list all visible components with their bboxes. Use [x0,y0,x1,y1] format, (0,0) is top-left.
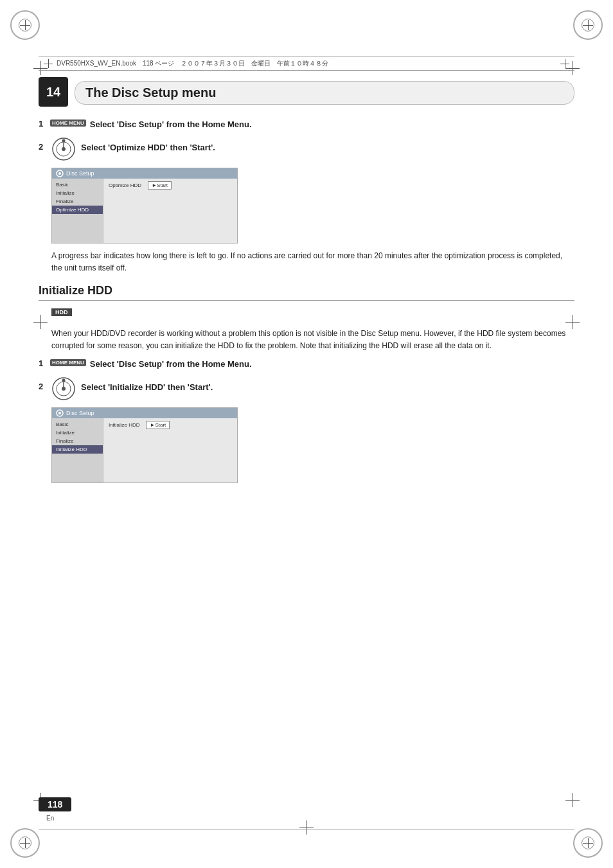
corner-deco-tl [10,10,40,40]
corner-deco-tr [573,10,603,40]
crosshair-bottom-center [299,820,314,835]
disc-icon-optimize [56,170,64,177]
ui-option-optimize: Optimize HDD [109,181,141,188]
ui-menu-blank3 [52,231,103,239]
step1-text: Select 'Disc Setup' from the Home Menu. [90,119,252,130]
dial-icon-optimize [51,137,76,161]
init-step2: 2 Select 'Initialize HDD' then 'Start'. [39,376,574,401]
ui-menu-blank1 [52,214,103,222]
ui-init-initializehdd[interactable]: Initialize HDD [52,445,103,454]
init-step2-number: 2 [39,376,46,391]
init-step2-text: Select 'Initialize HDD' then 'Start'. [81,376,213,393]
crosshair-right-bot [565,793,580,807]
ui-init-blank2 [52,462,103,470]
ui-content-optimize: Optimize HDD ►Start [103,179,237,243]
main-content: 1 HOME MENU Select 'Disc Setup' from the… [39,119,574,488]
ui-content-init: Initialize HDD ►Start [103,418,237,483]
ui-value-optimize: ►Start [148,181,172,190]
home-menu-badge-2: HOME MENU [50,359,86,366]
initialize-heading: Initialize HDD [39,284,574,301]
header-crosshair [44,59,53,68]
optimize-step2: 2 Select 'Optimize HDD' then 'Start'. [39,137,574,161]
step2-text: Select 'Optimize HDD' then 'Start'. [81,137,215,154]
ui-option-init: Initialize HDD [109,421,139,428]
ui-menu-finalize[interactable]: Finalize [52,197,103,206]
ui-title-optimize: Disc Setup [66,170,94,177]
ui-menu-blank2 [52,222,103,231]
ui-menu-initialize[interactable]: Initialize [52,189,103,197]
ui-init-initialize[interactable]: Initialize [52,429,103,437]
dial-icon-init [51,376,76,401]
header-crosshair-right [560,59,569,68]
initialize-paragraph: When your HDD/DVD recorder is working wi… [51,328,574,352]
header-bar: DVR550HXS_WV_EN.book 118 ページ ２００７年３月３０日 … [39,57,574,71]
page-number: 118 [39,797,71,811]
page-title: The Disc Setup menu [75,81,574,105]
init-step1: 1 HOME MENU Select 'Disc Setup' from the… [39,359,574,370]
svg-point-13 [58,412,61,414]
ui-init-blank1 [52,454,103,462]
home-menu-badge-1: HOME MENU [50,120,86,127]
init-step1-number: 1 [39,359,46,368]
svg-point-4 [62,147,66,151]
corner-deco-bl [10,828,40,858]
svg-point-6 [58,172,61,175]
step1-number: 1 [39,119,46,128]
ui-menu-optimize: Basic Initialize Finalize Optimize HDD [52,179,103,243]
svg-point-2 [62,139,66,143]
svg-point-9 [62,379,66,382]
ui-mockup-optimize: Disc Setup Basic Initialize Finalize Opt… [51,168,238,244]
init-step1-text: Select 'Disc Setup' from the Home Menu. [90,359,252,370]
page-lang: En [46,815,54,822]
optimize-step1: 1 HOME MENU Select 'Disc Setup' from the… [39,119,574,130]
ui-value-init: ►Start [146,421,170,429]
svg-point-11 [62,387,66,391]
ui-start-init[interactable]: ►Start [146,421,170,429]
step2-number: 2 [39,137,46,152]
ui-init-finalize[interactable]: Finalize [52,437,103,445]
ui-title-init: Disc Setup [66,410,94,416]
ui-mockup-init: Disc Setup Basic Initialize Finalize Ini… [51,407,238,483]
progress-paragraph: A progress bar indicates how long there … [51,250,574,274]
header-japanese-text: DVR550HXS_WV_EN.book 118 ページ ２００７年３月３０日 … [57,59,328,68]
chapter-number: 14 [39,77,68,107]
ui-menu-init: Basic Initialize Finalize Initialize HDD [52,418,103,483]
ui-init-blank3 [52,470,103,479]
ui-start-optimize[interactable]: ►Start [148,181,172,190]
disc-icon-init [56,409,64,417]
bottom-line [39,829,574,829]
corner-deco-br [573,828,603,858]
ui-init-basic[interactable]: Basic [52,420,103,429]
ui-menu-optimizehdd[interactable]: Optimize HDD [52,206,103,214]
hdd-badge: HDD [51,308,72,316]
ui-menu-basic[interactable]: Basic [52,181,103,189]
